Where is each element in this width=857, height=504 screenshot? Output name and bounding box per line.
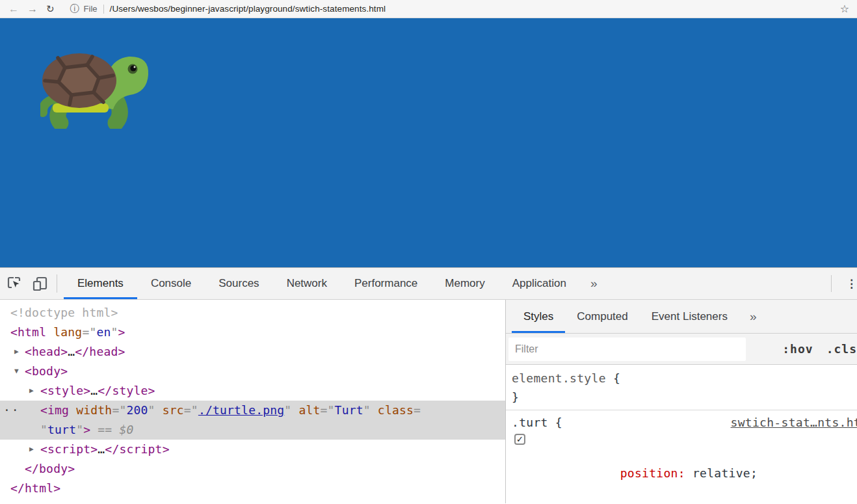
close-brace: } — [512, 388, 857, 406]
open-brace: { — [606, 371, 620, 385]
element-style-rule[interactable]: element.style { } — [506, 365, 857, 410]
reload-icon[interactable]: ↻ — [46, 4, 55, 14]
row-actions-icon[interactable]: ·· — [3, 401, 20, 420]
code-token: lang — [46, 325, 82, 339]
code-token: <style> — [40, 384, 90, 397]
browser-toolbar: ← → ↻ ⓘ File /Users/wesbos/beginner-java… — [0, 0, 857, 18]
devtools-tab-bar: ElementsConsoleSourcesNetworkPerformance… — [64, 268, 580, 299]
code-token: </body> — [25, 462, 75, 475]
dom-tree-row[interactable]: </html> — [0, 479, 505, 498]
code-token: == — [90, 423, 119, 436]
code-token: =" — [321, 403, 335, 417]
property-checkbox[interactable]: ✓ — [514, 434, 525, 445]
tab-computed[interactable]: Computed — [565, 300, 639, 333]
code-token: 200 — [126, 403, 148, 417]
open-brace: { — [548, 416, 562, 429]
turt-rule[interactable]: .turt { swtich-stat…nts.ht ✓ position:re… — [506, 410, 857, 503]
styles-rules-list: element.style { } .turt { swtich-stat…nt… — [506, 365, 857, 503]
styles-filter-input[interactable] — [508, 338, 746, 361]
dom-tree-row[interactable]: ▶<style>…</style> — [0, 381, 505, 401]
rule-selector: .turt — [512, 416, 548, 429]
code-token: </script> — [105, 442, 169, 456]
tab-event-listeners[interactable]: Event Listeners — [640, 300, 739, 333]
rule-selector: element.style — [512, 371, 606, 385]
tab-application[interactable]: Application — [499, 268, 580, 299]
elements-tree: <!doctype html><html lang="en">▶<head>…<… — [0, 300, 505, 503]
code-token: =" — [82, 325, 96, 339]
code-token: " — [284, 403, 291, 417]
class-toggle[interactable]: .cls — [826, 342, 857, 356]
url-separator — [103, 5, 104, 14]
url-scheme-label: File — [84, 4, 98, 14]
code-token: Turt — [335, 403, 363, 417]
code-token: > — [118, 325, 125, 339]
code-token: " — [76, 423, 83, 436]
code-token: <img — [40, 403, 69, 417]
dom-tree-row[interactable]: ▶<script>…</script> — [0, 440, 505, 459]
css-property-row[interactable]: ✓ position:relative; — [512, 431, 857, 499]
collapsed-arrow-icon[interactable]: ▶ — [14, 342, 19, 362]
tab-console[interactable]: Console — [137, 268, 205, 299]
property-name[interactable]: position: — [620, 466, 685, 480]
collapsed-arrow-icon[interactable]: ▶ — [29, 440, 34, 459]
code-token: </head> — [75, 345, 125, 358]
code-token: width — [69, 403, 112, 417]
more-tabs-icon[interactable]: » — [580, 268, 608, 299]
code-token: <html — [10, 325, 46, 339]
expanded-arrow-icon[interactable]: ▼ — [14, 362, 19, 381]
toolbar-divider — [57, 274, 57, 293]
back-icon[interactable]: ← — [8, 4, 19, 14]
url-path: /Users/wesbos/beginner-javascript/playgr… — [110, 4, 386, 14]
code-token: src — [155, 403, 184, 417]
code-token: <script> — [40, 442, 98, 456]
code-token: =" — [184, 403, 198, 417]
code-token: " — [363, 403, 371, 417]
code-token: en — [96, 325, 111, 339]
more-tabs-icon[interactable]: » — [750, 300, 757, 333]
dom-tree-row[interactable]: <!doctype html> — [0, 303, 505, 323]
tab-sources[interactable]: Sources — [205, 268, 272, 299]
turtle-image — [40, 52, 150, 129]
device-toolbar-icon[interactable] — [29, 272, 51, 295]
code-token: <head> — [25, 345, 68, 358]
forward-icon[interactable]: → — [27, 4, 38, 14]
code-token: </html> — [10, 481, 60, 495]
css-property-row[interactable]: transform: — [512, 499, 857, 503]
code-token: > — [83, 423, 90, 436]
code-token: <body> — [25, 364, 68, 378]
collapsed-arrow-icon[interactable]: ▶ — [29, 381, 34, 401]
code-token: turt — [47, 423, 76, 436]
bookmark-star-icon[interactable]: ☆ — [840, 3, 849, 15]
page-viewport — [0, 18, 857, 267]
dom-tree-row[interactable]: </body> — [0, 459, 505, 479]
styles-filter-bar: :hov .cls — [506, 334, 857, 365]
code-token: </style> — [98, 384, 155, 397]
code-token: <!doctype html> — [10, 306, 118, 319]
tab-performance[interactable]: Performance — [341, 268, 431, 299]
dom-tree-row[interactable]: <html lang="en"> — [0, 323, 505, 342]
property-value[interactable]: relative; — [692, 466, 758, 480]
code-token: … — [68, 345, 75, 358]
tab-memory[interactable]: Memory — [431, 268, 498, 299]
kebab-menu-icon[interactable]: ⋮ — [832, 277, 857, 291]
tab-elements[interactable]: Elements — [64, 268, 137, 299]
code-token: … — [90, 384, 98, 397]
stylesheet-source-link[interactable]: swtich-stat…nts.ht — [731, 414, 857, 431]
code-token: = — [414, 403, 421, 417]
code-token: " — [148, 403, 155, 417]
dom-tree-row[interactable]: ▶<head>…</head> — [0, 342, 505, 362]
address-bar[interactable]: ⓘ File /Users/wesbos/beginner-javascript… — [70, 3, 386, 15]
code-token: " — [111, 325, 118, 339]
info-icon[interactable]: ⓘ — [70, 3, 79, 15]
inspect-element-icon[interactable] — [3, 272, 25, 295]
code-token: ./turtle.png — [198, 403, 284, 417]
dom-tree-row[interactable]: ··<img width="200" src="./turtle.png" al… — [0, 401, 505, 420]
code-token: $0 — [119, 423, 133, 436]
styles-tab-bar: StylesComputedEvent Listeners » — [506, 300, 857, 334]
devtools-panel: ElementsConsoleSourcesNetworkPerformance… — [0, 267, 857, 504]
dom-tree-row[interactable]: "turt"> == $0 — [0, 420, 505, 440]
dom-tree-row[interactable]: ▼<body> — [0, 362, 505, 381]
hover-state-toggle[interactable]: :hov — [782, 342, 813, 356]
tab-network[interactable]: Network — [273, 268, 341, 299]
tab-styles[interactable]: Styles — [512, 300, 565, 333]
